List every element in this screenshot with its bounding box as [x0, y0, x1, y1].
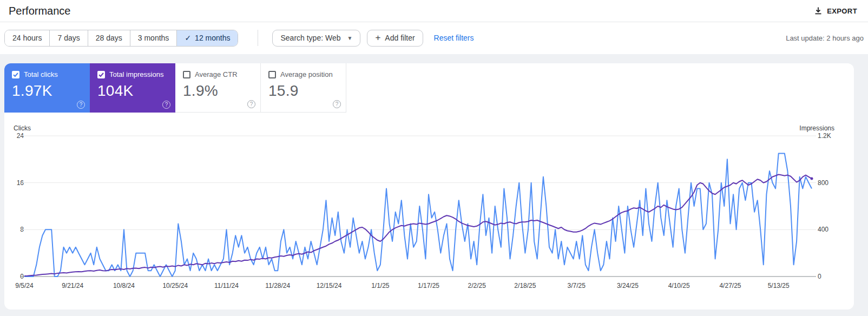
- last-update-text: Last update: 2 hours ago: [786, 34, 864, 42]
- x-axis-label: 3/7/25: [567, 282, 585, 289]
- checkbox-empty-icon[interactable]: [268, 71, 276, 78]
- right-axis-title: Impressions: [799, 124, 834, 132]
- export-label: EXPORT: [827, 7, 857, 15]
- range-24-hours[interactable]: 24 hours: [5, 30, 50, 46]
- x-axis-label: 2/18/25: [514, 282, 536, 289]
- checkbox-checked-icon[interactable]: [97, 71, 105, 78]
- metric-value: 15.9: [268, 82, 338, 100]
- range-12-months[interactable]: ✓ 12 months: [177, 30, 238, 46]
- x-axis-label: 11/28/24: [265, 282, 290, 289]
- export-button[interactable]: EXPORT: [810, 3, 862, 18]
- metric-value: 1.9%: [183, 82, 253, 100]
- range-28-days[interactable]: 28 days: [88, 30, 130, 46]
- x-axis-label: 11/11/24: [214, 282, 239, 289]
- help-icon[interactable]: ?: [247, 100, 255, 108]
- x-axis-label: 4/10/25: [668, 282, 690, 289]
- range-7-days[interactable]: 7 days: [50, 30, 88, 46]
- x-axis-label: 5/13/25: [768, 282, 790, 289]
- x-axis-label: 9/5/24: [15, 282, 33, 289]
- help-icon[interactable]: ?: [77, 101, 85, 109]
- right-axis-tick: 1.2K: [818, 132, 841, 140]
- x-axis-label: 9/21/24: [62, 282, 83, 289]
- divider: [258, 30, 258, 46]
- metric-label: Total impressions: [109, 70, 163, 78]
- reset-filters-link[interactable]: Reset filters: [434, 34, 474, 42]
- performance-chart[interactable]: Clicks Impressions 241680 1.2K8004000 9/…: [4, 123, 854, 301]
- range-3-months[interactable]: 3 months: [130, 30, 177, 46]
- tab-total-clicks[interactable]: Total clicks 1.97K ?: [4, 63, 90, 113]
- date-range-control: 24 hours 7 days 28 days 3 months ✓ 12 mo…: [4, 30, 238, 47]
- x-axis-label: 10/25/24: [162, 282, 188, 289]
- performance-card: Total clicks 1.97K ? Total impressions 1…: [4, 63, 854, 310]
- right-axis-tick: 0: [818, 273, 841, 280]
- tab-average-position[interactable]: Average position 15.9 ?: [261, 63, 346, 113]
- left-axis-title: Clicks: [14, 124, 31, 132]
- tab-total-impressions[interactable]: Total impressions 104K ?: [90, 63, 175, 113]
- x-axis-label: 1/17/25: [418, 282, 439, 289]
- help-icon[interactable]: ?: [333, 100, 341, 108]
- checkbox-empty-icon[interactable]: [183, 71, 190, 78]
- x-axis-label: 4/27/25: [719, 282, 741, 289]
- header: Performance EXPORT 24 hours 7 days 28 da…: [0, 0, 868, 54]
- metric-value: 1.97K: [12, 82, 82, 100]
- x-axis-label: 12/15/24: [317, 282, 342, 289]
- x-axis-label: 2/2/25: [468, 282, 486, 289]
- help-icon[interactable]: ?: [162, 101, 170, 109]
- metric-label: Average CTR: [195, 70, 238, 78]
- x-axis-label: 1/1/25: [371, 282, 389, 289]
- x-axis-label: 3/24/25: [617, 282, 639, 289]
- right-axis-tick: 400: [818, 226, 841, 233]
- checkbox-checked-icon[interactable]: [12, 71, 19, 78]
- metric-value: 104K: [97, 82, 168, 100]
- chart-plot[interactable]: [24, 136, 812, 276]
- metric-label: Total clicks: [24, 70, 58, 78]
- plus-icon: +: [375, 32, 380, 43]
- add-filter-button[interactable]: + Add filter: [367, 30, 423, 47]
- tab-average-ctr[interactable]: Average CTR 1.9% ?: [175, 63, 261, 113]
- metric-label: Average position: [280, 70, 333, 78]
- chevron-down-icon: ▼: [347, 35, 353, 41]
- x-axis-label: 10/8/24: [113, 282, 135, 289]
- metric-tabs: Total clicks 1.97K ? Total impressions 1…: [4, 63, 854, 113]
- filter-bar: 24 hours 7 days 28 days 3 months ✓ 12 mo…: [0, 22, 868, 54]
- page-title: Performance: [9, 5, 71, 17]
- search-type-dropdown[interactable]: Search type: Web ▼: [272, 30, 360, 47]
- right-axis-tick: 800: [818, 179, 841, 187]
- download-icon: [814, 6, 823, 15]
- title-row: Performance EXPORT: [0, 0, 868, 22]
- check-icon: ✓: [185, 34, 191, 42]
